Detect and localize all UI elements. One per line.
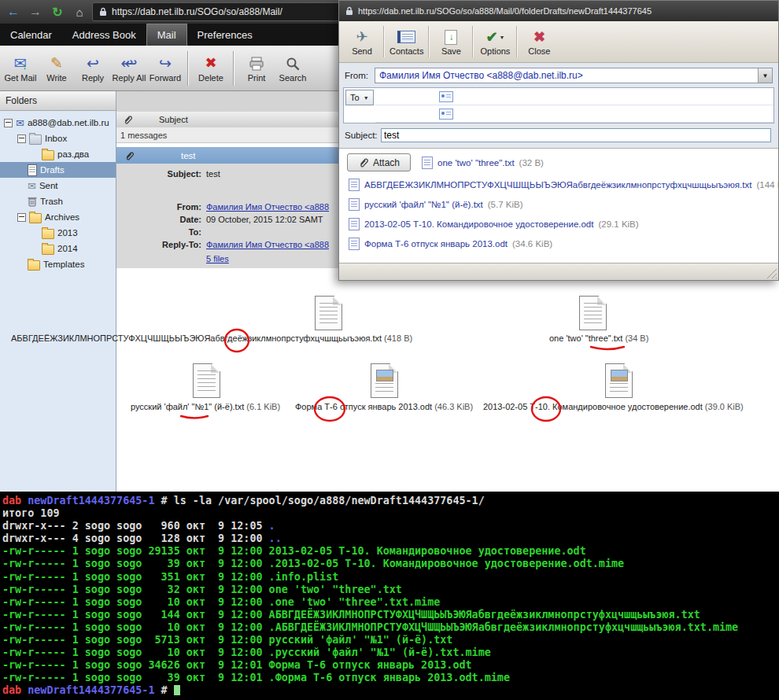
- compose-attachment[interactable]: АБВГДЕЁЖЗИКЛМНОПРСТУФХЦЧШЩЬЫЪЭЮЯабвгдеёж…: [349, 179, 770, 191]
- tree-item-2014[interactable]: 2014: [0, 241, 116, 256]
- from-selected-value: Фамилия Имя Отчество <a888@dab.net.ilb.r…: [375, 70, 758, 81]
- terminal-line: -rw-r----- 1 sogo sogo 10 окт 9 12:00 .р…: [2, 647, 777, 659]
- tree-item-account[interactable]: ✉ a888@dab.net.ilb.ru: [0, 115, 116, 131]
- menu-mail[interactable]: Mail: [146, 24, 187, 46]
- attachment-label[interactable]: 2013-02-05 Т-10. Командировочное удостов…: [483, 402, 744, 411]
- forward-button[interactable]: →: [26, 3, 45, 20]
- attachment-file-icon-txt[interactable]: [579, 296, 607, 330]
- get-mail-icon: ✉↓: [14, 53, 27, 73]
- document-icon: [349, 198, 360, 211]
- print-button[interactable]: Print: [239, 48, 274, 89]
- refresh-button[interactable]: ↻: [48, 3, 67, 20]
- message-subject-cell: test: [181, 151, 196, 160]
- terminal[interactable]: dab newDraft1444377645-1 # ls -la /var/s…: [0, 492, 779, 700]
- search-button[interactable]: Search: [275, 48, 310, 89]
- from-row: From: Фамилия Имя Отчество <a888@dab.net…: [345, 67, 773, 84]
- compose-attachment[interactable]: 2013-02-05 Т-10. Командировочное удостов…: [349, 218, 770, 230]
- recipient-type-select[interactable]: To ▼: [345, 90, 374, 105]
- attachment-label[interactable]: one 'two' "three".txt (34 B): [549, 333, 648, 343]
- recipient-input[interactable]: [375, 105, 773, 123]
- terminal-line: drwxr-x--- 4 sogo sogo 128 окт 9 12:00 .…: [2, 532, 777, 545]
- mail-account-icon: ✉: [16, 117, 24, 129]
- terminal-line: -rw-r----- 1 sogo sogo 34626 окт 9 12:01…: [2, 659, 777, 672]
- collapse-toggle-icon[interactable]: [17, 134, 26, 143]
- write-button[interactable]: ✎ Write: [39, 48, 74, 89]
- toolbar-separator: [233, 51, 234, 86]
- home-button[interactable]: ⌂: [70, 3, 89, 20]
- forward-message-icon: ↪: [159, 53, 172, 73]
- menu-preferences[interactable]: Preferences: [187, 24, 263, 46]
- contact-card-icon: [439, 109, 453, 120]
- attachment-label[interactable]: русский 'файл' "№1" (й-ё).txt (6.1 KiB): [131, 402, 280, 411]
- paperclip-icon: [123, 114, 132, 125]
- tree-item-trash[interactable]: Trash: [0, 193, 116, 209]
- recipient-input[interactable]: [375, 88, 773, 105]
- compose-toolbar: ✈ Send Contacts ↓ Save ✔▼ Options ✖ Clos…: [339, 21, 778, 63]
- date-field-value: 09 October, 2015 12:02 SAMT: [206, 215, 323, 224]
- paperclip-icon: [358, 157, 368, 168]
- options-icon: ✔▼: [485, 28, 504, 46]
- tree-item-inbox[interactable]: Inbox: [0, 131, 116, 146]
- drafts-icon: [28, 164, 37, 176]
- search-icon: [286, 53, 300, 73]
- close-button[interactable]: ✖ Close: [522, 23, 556, 61]
- subject-input[interactable]: [381, 128, 771, 142]
- folders-header: Folders: [0, 91, 116, 111]
- compose-attachment[interactable]: русский 'файл' "№1" (й-ё).txt (5.7 KiB): [349, 198, 770, 211]
- document-icon: [422, 157, 433, 169]
- tree-item-drafts[interactable]: Drafts: [0, 162, 116, 178]
- terminal-line: -rw-r----- 1 sogo sogo 39 окт 9 12:01 .Ф…: [2, 672, 777, 684]
- tree-item-templates[interactable]: Templates: [0, 256, 116, 272]
- print-icon: [249, 53, 264, 73]
- attachment-label[interactable]: АБВГДЕЁЖЗИКЛМНОПРСТУФХЦЧШЩЬЫЪЭЮЯабвгдеёж…: [11, 333, 412, 343]
- attachment-file-icon-odt[interactable]: [371, 363, 398, 398]
- reply-button[interactable]: ↩ Reply: [76, 48, 110, 89]
- compose-attachment[interactable]: one 'two' "three".txt (32 B): [422, 157, 544, 169]
- attachment-label[interactable]: Форма Т-6 отпуск январь 2013.odt (46.3 K…: [295, 402, 473, 411]
- chevron-down-icon[interactable]: ▼: [758, 68, 772, 83]
- write-icon: ✎: [50, 53, 63, 73]
- replyto-field-link[interactable]: Фамилия Имя Отчество <a888: [206, 240, 329, 249]
- lock-icon: [99, 7, 107, 17]
- options-button[interactable]: ✔▼ Options: [478, 23, 511, 61]
- document-icon: [349, 218, 360, 230]
- sent-icon: ✉: [28, 180, 36, 192]
- tree-item-2013[interactable]: 2013: [0, 225, 116, 241]
- from-select[interactable]: Фамилия Имя Отчество <a888@dab.net.ilb.r…: [375, 68, 773, 83]
- attach-button[interactable]: Attach: [347, 153, 411, 171]
- resize-grip[interactable]: [766, 267, 777, 278]
- recipients-area: To ▼: [343, 87, 774, 123]
- menu-calendar[interactable]: Calendar: [0, 24, 62, 46]
- tree-item-archives[interactable]: Archives: [0, 209, 116, 225]
- attachment-file-icon-txt[interactable]: [315, 296, 342, 330]
- toolbar-separator: [383, 26, 385, 57]
- forward-message-button[interactable]: ↪ Forward: [148, 48, 183, 89]
- get-mail-button[interactable]: ✉↓ Get Mail: [3, 48, 38, 89]
- collapse-toggle-icon[interactable]: [17, 213, 26, 222]
- compose-url-bar[interactable]: https://dab.net.ilb.ru/SOGo/so/a888/Mail…: [339, 1, 778, 21]
- delete-button[interactable]: ✖ Delete: [194, 48, 228, 89]
- save-button[interactable]: ↓ Save: [434, 23, 467, 61]
- attachment-file-icon-odt[interactable]: [605, 363, 633, 398]
- send-button[interactable]: ✈ Send: [345, 23, 378, 61]
- contacts-icon: [397, 28, 415, 46]
- screenshot-root: ← → ↻ ⌂ https://dab.net.ilb.ru/SOGo/so/a…: [0, 0, 779, 700]
- folder-tree: ✉ a888@dab.net.ilb.ru Inbox раз.два Draf…: [0, 111, 116, 276]
- subject-column-header[interactable]: Subject: [159, 115, 188, 124]
- reply-all-button[interactable]: ↩↩ Reply All: [112, 48, 146, 89]
- files-count-link[interactable]: 5 files: [206, 254, 229, 263]
- subject-field-value: test: [206, 169, 220, 179]
- from-field-link[interactable]: Фамилия Имя Отчество <a888: [206, 202, 329, 212]
- menu-address-book[interactable]: Address Book: [62, 24, 146, 46]
- attachment-file-icon-txt[interactable]: [193, 363, 220, 398]
- lock-icon: [345, 6, 353, 16]
- folder-icon: [29, 213, 42, 223]
- tree-item-sent[interactable]: ✉ Sent: [0, 178, 116, 193]
- contacts-button[interactable]: Contacts: [390, 23, 423, 61]
- terminal-cursor: [174, 685, 180, 695]
- compose-attachment[interactable]: Форма Т-6 отпуск январь 2013.odt (34.6 K…: [349, 238, 770, 250]
- tree-item-razdva[interactable]: раз.два: [0, 146, 116, 162]
- back-button[interactable]: ←: [4, 3, 23, 20]
- trash-icon: [28, 196, 37, 207]
- collapse-toggle-icon[interactable]: [4, 119, 13, 127]
